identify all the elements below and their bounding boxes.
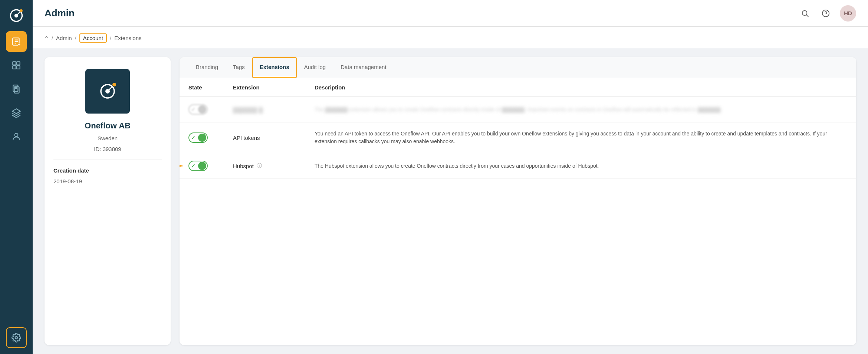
- table-row: ✓ ▓▓▓▓▓▓ ▓ The ▓▓▓▓▓▓ extension allows y…: [180, 97, 856, 122]
- tab-audit-log[interactable]: Audit log: [297, 57, 333, 78]
- svg-rect-14: [17, 66, 20, 69]
- svg-point-28: [112, 83, 116, 86]
- extensions-panel: Branding Tags Extensions Audit log Data …: [180, 57, 856, 345]
- help-button[interactable]: [819, 7, 832, 20]
- app-logo[interactable]: [7, 6, 26, 25]
- sidebar-item-dashboard[interactable]: [6, 55, 27, 76]
- extension-name-api-tokens: API tokens: [233, 135, 315, 141]
- arrow-annotation: [180, 161, 185, 170]
- company-panel: Oneflow AB Sweden ID: 393809 Creation da…: [45, 57, 171, 345]
- svg-rect-13: [13, 66, 16, 69]
- sidebar-item-contacts[interactable]: [6, 126, 27, 147]
- svg-rect-12: [17, 62, 20, 65]
- breadcrumb-extensions[interactable]: Extensions: [114, 35, 141, 41]
- user-avatar[interactable]: HD: [840, 5, 856, 22]
- table-row: ✓ Hubspot ⓘ The Hubspot extension allows…: [180, 153, 856, 179]
- svg-point-20: [15, 133, 18, 137]
- svg-rect-11: [13, 62, 16, 65]
- svg-point-21: [15, 337, 18, 339]
- company-logo: [85, 69, 130, 114]
- header-state: State: [188, 84, 233, 91]
- tab-data-management[interactable]: Data management: [333, 57, 394, 78]
- breadcrumb-admin[interactable]: Admin: [56, 35, 72, 41]
- creation-date: 2019-08-19: [53, 178, 82, 184]
- tab-branding[interactable]: Branding: [188, 57, 226, 78]
- breadcrumb-account[interactable]: Account: [79, 33, 107, 43]
- svg-line-23: [806, 15, 808, 17]
- sidebar-item-create[interactable]: [6, 31, 27, 52]
- sidebar-item-documents[interactable]: [6, 79, 27, 99]
- breadcrumb-sep-1: /: [52, 35, 53, 41]
- toggle-hubspot[interactable]: ✓: [188, 161, 233, 171]
- main-content: Admin HD ⌂ / Admin / Account /: [33, 0, 868, 354]
- page-title: Admin: [45, 7, 792, 19]
- extension-name-hubspot: Hubspot ⓘ: [233, 163, 315, 169]
- table-row: ✓ API tokens You need an API token to ac…: [180, 122, 856, 153]
- breadcrumb-sep-3: /: [110, 35, 111, 41]
- panel-divider: [53, 160, 162, 160]
- description-hubspot: The Hubspot extension allows you to crea…: [315, 162, 847, 170]
- toggle-blurred[interactable]: ✓: [188, 104, 233, 115]
- content-area: Oneflow AB Sweden ID: 393809 Creation da…: [33, 48, 868, 354]
- extensions-table: State Extension Description ✓ ▓▓▓▓▓▓ ▓ T…: [180, 78, 856, 345]
- breadcrumb: ⌂ / Admin / Account / Extensions: [33, 27, 868, 48]
- header-description: Description: [315, 84, 847, 91]
- svg-point-22: [802, 10, 807, 15]
- svg-marker-19: [12, 109, 20, 114]
- description-blurred: The ▓▓▓▓▓▓ extension allows you to creat…: [315, 106, 847, 114]
- svg-line-3: [17, 12, 20, 15]
- search-button[interactable]: [798, 7, 812, 20]
- tab-tags[interactable]: Tags: [226, 57, 252, 78]
- description-api-tokens: You need an API token to access the Onef…: [315, 130, 847, 145]
- home-icon[interactable]: ⌂: [45, 34, 49, 42]
- sidebar: [0, 0, 33, 354]
- extension-name-blurred: ▓▓▓▓▓▓ ▓: [233, 106, 315, 113]
- sidebar-item-layers[interactable]: [6, 102, 27, 123]
- breadcrumb-sep-2: /: [75, 35, 76, 41]
- tabs: Branding Tags Extensions Audit log Data …: [180, 57, 856, 78]
- company-id: ID: 393809: [94, 146, 121, 152]
- sidebar-item-settings[interactable]: [6, 327, 27, 348]
- table-header: State Extension Description: [180, 78, 856, 97]
- company-country: Sweden: [98, 135, 118, 141]
- svg-line-29: [109, 86, 113, 90]
- tab-extensions[interactable]: Extensions: [252, 57, 297, 78]
- company-name: Oneflow AB: [85, 121, 131, 131]
- creation-label: Creation date: [53, 167, 89, 174]
- topbar-actions: HD: [798, 5, 856, 22]
- toggle-api-tokens[interactable]: ✓: [188, 132, 233, 143]
- header-extension: Extension: [233, 84, 315, 91]
- topbar: Admin HD: [33, 0, 868, 27]
- info-icon[interactable]: ⓘ: [257, 163, 262, 169]
